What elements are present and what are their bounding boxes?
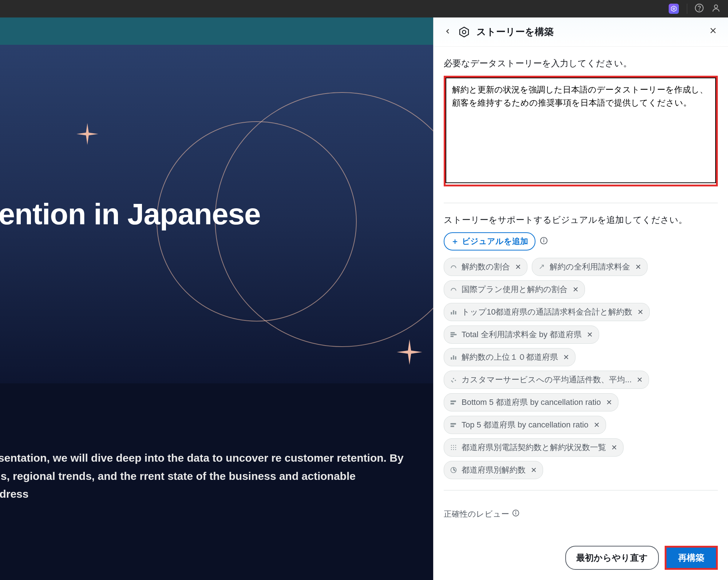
chip-remove-icon[interactable]: ✕ — [573, 285, 579, 294]
top-bar — [0, 0, 728, 17]
visuals-label: ストーリーをサポートするビジュアルを追加してください。 — [444, 214, 718, 226]
chart-type-icon — [450, 286, 458, 293]
chip-remove-icon[interactable]: ✕ — [587, 330, 593, 339]
visual-chip[interactable]: トップ10都道府県の通話請求料金合計と解約数✕ — [444, 303, 650, 321]
chip-remove-icon[interactable]: ✕ — [635, 263, 641, 271]
chip-label: 国際プラン使用と解約の割合 — [462, 284, 567, 295]
chip-remove-icon[interactable]: ✕ — [611, 443, 617, 452]
textarea-highlight — [444, 76, 718, 186]
svg-point-3 — [699, 10, 699, 10]
sparkle-icon — [397, 339, 422, 371]
user-icon[interactable] — [711, 3, 721, 14]
hero-title: ner Retention in Japanese — [0, 197, 261, 231]
svg-marker-5 — [460, 27, 468, 37]
restart-button[interactable]: 最初からやり直す — [565, 546, 659, 570]
chip-remove-icon[interactable]: ✕ — [637, 308, 644, 316]
add-visual-button[interactable]: ＋ ビジュアルを追加 — [444, 232, 535, 250]
visual-chip[interactable]: Top 5 都道府県 by cancellation ratio✕ — [444, 416, 606, 434]
panel-footer: 最初からやり直す 再構築 — [434, 539, 728, 580]
chip-label: 都道府県別電話契約数と解約状況数一覧 — [462, 442, 606, 453]
help-icon[interactable] — [695, 3, 704, 14]
visual-chip[interactable]: 解約数の割合✕ — [444, 258, 527, 276]
chart-type-icon — [450, 466, 458, 474]
visual-chip[interactable]: 都道府県別電話契約数と解約状況数一覧✕ — [444, 438, 624, 457]
chip-label: 都道府県別解約数 — [462, 465, 526, 476]
chart-type-icon — [450, 399, 458, 406]
svg-point-21 — [451, 380, 452, 382]
chart-type-icon — [450, 263, 458, 271]
close-button[interactable] — [708, 26, 718, 38]
svg-rect-26 — [451, 403, 454, 405]
presentation-preview: ner Retention in Japanese tomer churn. I… — [0, 17, 433, 580]
chip-label: 解約の全利用請求料金 — [550, 261, 630, 272]
app-badge[interactable] — [668, 3, 680, 15]
chip-remove-icon[interactable]: ✕ — [637, 375, 643, 384]
teal-header-bar — [0, 17, 433, 45]
chart-type-icon — [538, 263, 546, 271]
back-button[interactable] — [444, 27, 452, 37]
visual-chip[interactable]: 解約の全利用請求料金✕ — [532, 258, 648, 276]
svg-rect-20 — [455, 356, 456, 360]
svg-marker-0 — [671, 6, 676, 12]
visual-chip[interactable]: 都道府県別解約数✕ — [444, 461, 543, 479]
sparkle-icon — [76, 123, 98, 150]
svg-point-37 — [455, 449, 456, 450]
story-input[interactable] — [446, 78, 716, 183]
panel-header: ストーリーを構築 — [434, 17, 728, 47]
divider — [444, 203, 718, 203]
svg-point-33 — [453, 447, 454, 448]
chip-remove-icon[interactable]: ✕ — [606, 398, 612, 407]
chip-remove-icon[interactable]: ✕ — [531, 466, 537, 474]
visual-chips: 解約数の割合✕解約の全利用請求料金✕国際プラン使用と解約の割合✕トップ10都道府… — [444, 258, 718, 479]
chip-label: Bottom 5 都道府県 by cancellation ratio — [462, 397, 601, 408]
chip-label: Top 5 都道府県 by cancellation ratio — [462, 419, 589, 430]
info-icon[interactable] — [512, 509, 519, 519]
add-visual-label: ビジュアルを追加 — [462, 236, 528, 247]
rebuild-button[interactable]: 再構築 — [666, 548, 716, 568]
chip-label: 解約数の上位１０都道府県 — [462, 352, 558, 363]
divider — [444, 490, 718, 490]
svg-rect-18 — [451, 357, 452, 360]
add-visual-row: ＋ ビジュアルを追加 — [444, 232, 718, 250]
svg-point-22 — [453, 378, 454, 379]
info-icon[interactable] — [540, 237, 548, 246]
svg-point-4 — [715, 5, 718, 8]
chart-type-icon — [450, 308, 458, 316]
svg-point-29 — [451, 445, 452, 446]
visual-chip[interactable]: 解約数の上位１０都道府県✕ — [444, 348, 575, 366]
svg-point-30 — [453, 445, 454, 446]
panel-content: 必要なデータストーリーを入力してください。 ストーリーをサポートするビジュアルを… — [434, 47, 728, 539]
visual-chip[interactable]: Bottom 5 都道府県 by cancellation ratio✕ — [444, 393, 618, 411]
svg-point-24 — [452, 381, 453, 382]
svg-point-35 — [451, 449, 452, 450]
chart-type-icon — [450, 331, 458, 338]
visual-chip[interactable]: 国際プラン使用と解約の割合✕ — [444, 280, 585, 299]
visual-chip[interactable]: Total 全利用請求料金 by 都道府県✕ — [444, 325, 599, 344]
svg-point-11 — [544, 239, 544, 239]
divider — [687, 4, 687, 14]
svg-point-41 — [516, 511, 516, 512]
hero-body-text: tomer churn. In this presentation, we wi… — [0, 383, 433, 580]
chip-remove-icon[interactable]: ✕ — [594, 421, 600, 429]
chip-label: トップ10都道府県の通話請求料金合計と解約数 — [462, 307, 632, 317]
svg-rect-16 — [451, 334, 457, 335]
panel-title: ストーリーを構築 — [476, 25, 554, 38]
chip-remove-icon[interactable]: ✕ — [563, 353, 569, 362]
svg-rect-14 — [455, 311, 456, 315]
visual-chip[interactable]: カスタマーサービスへの平均通話件数、平均...✕ — [444, 371, 649, 389]
story-builder-panel: ストーリーを構築 必要なデータストーリーを入力してください。 ストーリーをサポー… — [433, 17, 728, 580]
visuals-section: ストーリーをサポートするビジュアルを追加してください。 ＋ ビジュアルを追加 — [444, 214, 718, 479]
svg-rect-28 — [451, 426, 454, 427]
svg-point-31 — [455, 445, 456, 446]
main-area: ner Retention in Japanese tomer churn. I… — [0, 17, 728, 580]
svg-point-1 — [673, 8, 675, 10]
chart-type-icon — [450, 354, 458, 361]
chip-label: 解約数の割合 — [462, 261, 510, 272]
svg-point-23 — [455, 380, 456, 381]
prompt-label: 必要なデータストーリーを入力してください。 — [444, 58, 718, 69]
svg-point-32 — [451, 447, 452, 448]
svg-point-34 — [455, 447, 456, 448]
plus-icon: ＋ — [451, 236, 459, 247]
chip-remove-icon[interactable]: ✕ — [515, 263, 521, 271]
svg-rect-19 — [453, 355, 454, 360]
